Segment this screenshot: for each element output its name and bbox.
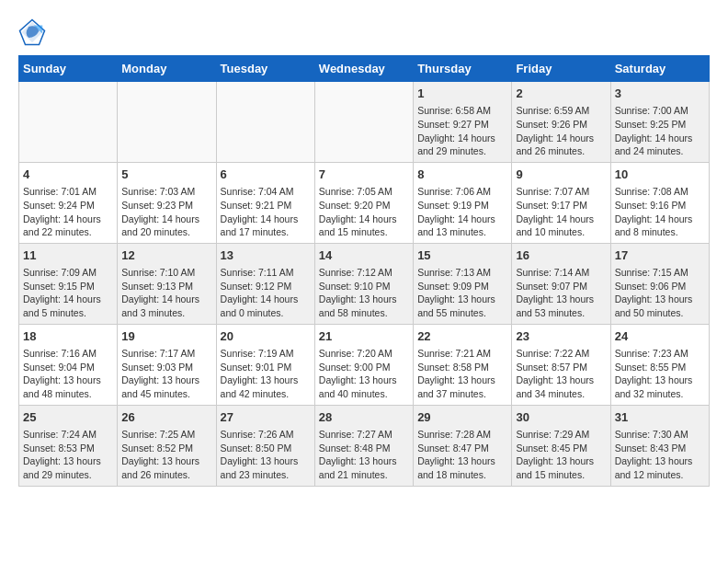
weekday-header-row: SundayMondayTuesdayWednesdayThursdayFrid… [19, 56, 710, 82]
calendar-week-row: 18Sunrise: 7:16 AMSunset: 9:04 PMDayligh… [19, 324, 710, 405]
day-number: 12 [121, 247, 211, 264]
cell-info: and 10 minutes. [516, 225, 606, 239]
cell-info: and 48 minutes. [23, 387, 113, 401]
cell-info: Daylight: 14 hours [319, 213, 409, 226]
cell-info: Sunset: 8:52 PM [121, 442, 211, 455]
cell-info: and 18 minutes. [417, 468, 507, 482]
cell-info: and 0 minutes. [221, 306, 311, 320]
calendar-cell: 10Sunrise: 7:08 AMSunset: 9:16 PMDayligh… [610, 162, 709, 243]
cell-info: and 3 minutes. [121, 306, 211, 320]
calendar-cell: 16Sunrise: 7:14 AMSunset: 9:07 PMDayligh… [512, 243, 610, 324]
cell-info: and 53 minutes. [516, 306, 606, 320]
cell-info: Sunset: 8:50 PM [221, 442, 311, 455]
cell-info: Sunrise: 7:19 AM [221, 347, 311, 361]
calendar-cell: 15Sunrise: 7:13 AMSunset: 9:09 PMDayligh… [414, 243, 512, 324]
cell-info: Sunset: 8:45 PM [516, 442, 606, 455]
cell-info: and 15 minutes. [319, 225, 409, 239]
calendar-cell: 11Sunrise: 7:09 AMSunset: 9:15 PMDayligh… [19, 243, 118, 324]
cell-info: Sunset: 9:23 PM [121, 199, 211, 213]
calendar-week-row: 4Sunrise: 7:01 AMSunset: 9:24 PMDaylight… [19, 162, 710, 243]
calendar-cell: 13Sunrise: 7:11 AMSunset: 9:12 PMDayligh… [216, 243, 314, 324]
cell-info: Daylight: 14 hours [615, 132, 705, 145]
calendar-cell [118, 82, 216, 163]
cell-info: and 55 minutes. [417, 306, 507, 320]
cell-info: and 37 minutes. [417, 387, 507, 401]
calendar-cell: 23Sunrise: 7:22 AMSunset: 8:57 PMDayligh… [512, 324, 610, 405]
cell-info: Sunrise: 7:26 AM [221, 428, 311, 442]
day-number: 21 [319, 328, 409, 345]
weekday-header-monday: Monday [118, 56, 216, 82]
cell-info: Daylight: 13 hours [516, 293, 606, 306]
cell-info: Sunrise: 7:16 AM [23, 347, 113, 361]
cell-info: Sunset: 9:25 PM [615, 118, 705, 132]
cell-info: Sunrise: 7:15 AM [615, 266, 705, 280]
cell-info: Sunset: 9:01 PM [221, 361, 311, 374]
cell-info: and 58 minutes. [319, 306, 409, 320]
cell-info: and 22 minutes. [23, 225, 113, 239]
cell-info: and 26 minutes. [516, 144, 606, 158]
calendar-cell: 12Sunrise: 7:10 AMSunset: 9:13 PMDayligh… [118, 243, 216, 324]
cell-info: and 26 minutes. [121, 468, 211, 482]
cell-info: Sunrise: 7:11 AM [221, 266, 311, 280]
cell-info: Sunrise: 7:14 AM [516, 266, 606, 280]
weekday-header-friday: Friday [512, 56, 610, 82]
cell-info: Sunset: 8:47 PM [417, 442, 507, 455]
day-number: 15 [417, 247, 507, 264]
cell-info: Sunset: 9:20 PM [319, 199, 409, 213]
cell-info: and 23 minutes. [221, 468, 311, 482]
cell-info: Sunrise: 7:07 AM [516, 185, 606, 199]
cell-info: Daylight: 13 hours [615, 454, 705, 468]
weekday-header-saturday: Saturday [610, 56, 709, 82]
cell-info: Sunset: 9:03 PM [121, 361, 211, 374]
cell-info: Sunrise: 7:20 AM [319, 347, 409, 361]
cell-info: Daylight: 13 hours [319, 454, 409, 468]
calendar-cell: 8Sunrise: 7:06 AMSunset: 9:19 PMDaylight… [414, 162, 512, 243]
day-number: 4 [23, 167, 113, 183]
calendar-cell [216, 82, 314, 163]
calendar-cell: 2Sunrise: 6:59 AMSunset: 9:26 PMDaylight… [512, 82, 610, 163]
day-number: 8 [417, 167, 507, 183]
cell-info: Sunset: 9:15 PM [23, 280, 113, 293]
cell-info: Sunset: 9:10 PM [319, 280, 409, 293]
cell-info: Daylight: 14 hours [121, 213, 211, 226]
day-number: 9 [516, 167, 606, 183]
cell-info: Daylight: 14 hours [221, 213, 311, 226]
cell-info: and 34 minutes. [516, 387, 606, 401]
calendar-cell: 14Sunrise: 7:12 AMSunset: 9:10 PMDayligh… [314, 243, 413, 324]
calendar-table: SundayMondayTuesdayWednesdayThursdayFrid… [18, 55, 710, 487]
day-number: 29 [417, 409, 507, 426]
calendar-cell: 31Sunrise: 7:30 AMSunset: 8:43 PMDayligh… [610, 405, 709, 486]
day-number: 3 [615, 86, 705, 102]
cell-info: Daylight: 13 hours [615, 373, 705, 387]
cell-info: Daylight: 14 hours [221, 293, 311, 306]
day-number: 2 [516, 86, 606, 102]
weekday-header-sunday: Sunday [19, 56, 118, 82]
calendar-cell [19, 82, 118, 163]
cell-info: Daylight: 14 hours [417, 132, 507, 145]
day-number: 20 [221, 328, 311, 345]
cell-info: Daylight: 14 hours [23, 293, 113, 306]
cell-info: Sunset: 9:24 PM [23, 199, 113, 213]
weekday-header-wednesday: Wednesday [314, 56, 413, 82]
cell-info: Sunset: 9:13 PM [121, 280, 211, 293]
calendar-cell: 21Sunrise: 7:20 AMSunset: 9:00 PMDayligh… [314, 324, 413, 405]
cell-info: Daylight: 13 hours [417, 373, 507, 387]
cell-info: and 45 minutes. [121, 387, 211, 401]
calendar-cell: 4Sunrise: 7:01 AMSunset: 9:24 PMDaylight… [19, 162, 118, 243]
day-number: 14 [319, 247, 409, 264]
cell-info: Sunrise: 7:25 AM [121, 428, 211, 442]
day-number: 18 [23, 328, 113, 345]
logo-icon [18, 18, 46, 46]
cell-info: Sunrise: 7:00 AM [615, 104, 705, 118]
cell-info: and 21 minutes. [319, 468, 409, 482]
cell-info: Daylight: 13 hours [121, 373, 211, 387]
cell-info: Sunrise: 7:01 AM [23, 185, 113, 199]
cell-info: and 13 minutes. [417, 225, 507, 239]
day-number: 5 [121, 167, 211, 183]
cell-info: Sunrise: 7:06 AM [417, 185, 507, 199]
cell-info: Sunset: 9:09 PM [417, 280, 507, 293]
cell-info: and 50 minutes. [615, 306, 705, 320]
cell-info: Daylight: 13 hours [615, 293, 705, 306]
calendar-cell: 6Sunrise: 7:04 AMSunset: 9:21 PMDaylight… [216, 162, 314, 243]
cell-info: and 29 minutes. [23, 468, 113, 482]
